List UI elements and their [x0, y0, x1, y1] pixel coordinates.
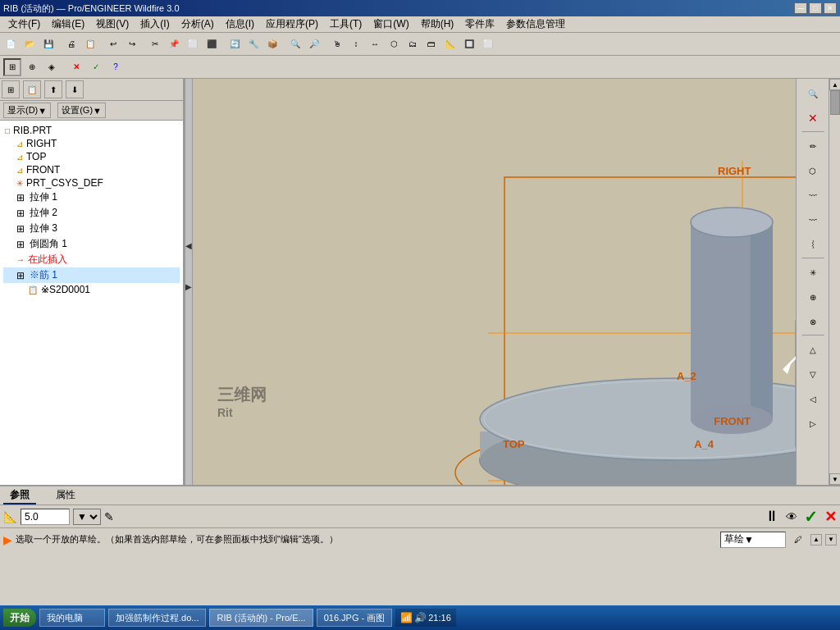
rt-btn-2[interactable]: ✏: [801, 135, 824, 158]
sketch-grid-btn[interactable]: ⊞: [3, 58, 21, 76]
cut-button[interactable]: ✂: [146, 34, 164, 52]
left-collapse-handle[interactable]: ◀ ▶: [185, 79, 193, 485]
tree-item[interactable]: ⊞※筋 1: [3, 267, 180, 283]
tb-btn-15[interactable]: ⬡: [385, 34, 403, 52]
tb-btn-5[interactable]: ⬜: [184, 34, 202, 52]
taskbar-item-3[interactable]: RIB (活动的) - Pro/E...: [209, 609, 313, 627]
close-button[interactable]: ✕: [824, 2, 837, 14]
rt-btn-5[interactable]: 〰: [801, 208, 824, 231]
confirm-button[interactable]: ✓: [804, 507, 818, 527]
cancel-button[interactable]: ✕: [824, 508, 837, 526]
model-tree[interactable]: □RIB.PRT⊿RIGHT⊿TOP⊿FRONT✳PRT_CSYS_DEF⊞拉伸…: [0, 121, 183, 485]
right-scrollbar[interactable]: ▲ ▼: [829, 79, 840, 485]
pause-button[interactable]: ⏸: [765, 508, 779, 525]
minimize-button[interactable]: —: [794, 2, 807, 14]
tb-btn-7[interactable]: 🔄: [226, 34, 244, 52]
rt-btn-13[interactable]: ▷: [801, 412, 824, 435]
tree-item[interactable]: ⊞拉伸 1: [3, 189, 180, 205]
tree-item[interactable]: ⊞倒圆角 1: [3, 236, 180, 252]
pencil-icon[interactable]: ✎: [104, 510, 114, 523]
menu-item-i[interactable]: 信息(I): [221, 16, 259, 32]
rt-btn-9[interactable]: ⊗: [801, 310, 824, 333]
tb-btn-18[interactable]: 📐: [441, 34, 459, 52]
tree-expand[interactable]: ⊞: [16, 208, 25, 219]
tree-item[interactable]: →在此插入: [3, 252, 180, 267]
rt-btn-8[interactable]: ⊕: [801, 285, 824, 308]
tb-btn-9[interactable]: 📦: [263, 34, 281, 52]
tb-btn-10[interactable]: 🔍: [286, 34, 304, 52]
tab-properties[interactable]: 属性: [49, 487, 82, 504]
undo-button[interactable]: ↩: [104, 34, 122, 52]
taskbar-item-1[interactable]: 我的电脑: [39, 609, 105, 627]
menu-item-v[interactable]: 视图(V): [91, 16, 134, 32]
unit-dropdown[interactable]: ▼: [73, 509, 101, 525]
sketch-check-btn[interactable]: ✓: [87, 58, 105, 76]
menu-item-h[interactable]: 帮助(H): [416, 16, 459, 32]
viewport-3d[interactable]: 5.0 RIGHT TOP FRONT A_2 A_4 三维网 Rit: [193, 79, 796, 485]
tb-btn-6[interactable]: ⬛: [203, 34, 221, 52]
tab-reference[interactable]: 参照: [3, 487, 36, 504]
rt-btn-7[interactable]: ✳: [801, 261, 824, 284]
panel-icon-1[interactable]: ⊞: [2, 80, 20, 98]
panel-icon-3[interactable]: ⬆: [44, 80, 62, 98]
rt-btn-12[interactable]: ◁: [801, 387, 824, 410]
menu-item-e[interactable]: 编辑(E): [47, 16, 89, 32]
tree-item[interactable]: ⊞拉伸 3: [3, 221, 180, 236]
menu-item-[interactable]: 零件库: [460, 16, 500, 32]
panel-icon-2[interactable]: 📋: [23, 80, 41, 98]
tb-btn-8[interactable]: 🔧: [244, 34, 262, 52]
rt-btn-4[interactable]: 〰: [801, 184, 824, 207]
rt-btn-3[interactable]: ⬡: [801, 159, 824, 182]
menu-item-t[interactable]: 工具(T): [325, 16, 367, 32]
start-button[interactable]: 开始: [3, 609, 36, 627]
paste-button[interactable]: 📌: [165, 34, 183, 52]
menu-item-p[interactable]: 应用程序(P): [261, 16, 323, 32]
sketch-vertex-btn[interactable]: ◈: [43, 58, 61, 76]
rt-btn-10[interactable]: △: [801, 338, 824, 361]
menu-item-i[interactable]: 插入(I): [135, 16, 174, 32]
rt-btn-cross[interactable]: ✕: [801, 107, 824, 130]
tree-expand[interactable]: ⊞: [16, 270, 25, 281]
menu-item-w[interactable]: 窗口(W): [368, 16, 413, 32]
panel-icon-4[interactable]: ⬇: [66, 80, 84, 98]
tb-btn-14[interactable]: ↔: [366, 34, 384, 52]
tree-expand[interactable]: ⊞: [16, 223, 25, 235]
tree-expand[interactable]: ⊞: [16, 239, 25, 250]
menu-item-a[interactable]: 分析(A): [176, 16, 219, 32]
scroll-track[interactable]: [829, 90, 840, 473]
dimension-input[interactable]: [21, 509, 70, 525]
taskbar-item-2[interactable]: 加强筋制作过程.do...: [108, 609, 206, 627]
scroll-up-arrow[interactable]: ▲: [829, 79, 840, 90]
tb-btn-11[interactable]: 🔎: [305, 34, 323, 52]
tree-item[interactable]: ⊞拉伸 2: [3, 205, 180, 221]
info-scroll-up[interactable]: ▲: [810, 534, 822, 546]
tree-item[interactable]: ⊿TOP: [3, 150, 180, 163]
tree-item[interactable]: □RIB.PRT: [3, 124, 180, 137]
eye-button[interactable]: 👁: [786, 510, 797, 523]
tb-btn-16[interactable]: 🗂: [404, 34, 422, 52]
tb-btn-20[interactable]: ⬜: [479, 34, 497, 52]
menu-item-[interactable]: 参数信息管理: [501, 16, 570, 32]
print-button[interactable]: 🖨: [62, 34, 80, 52]
maximize-button[interactable]: □: [809, 2, 822, 14]
copy-button[interactable]: 📋: [81, 34, 99, 52]
display-dropdown[interactable]: 显示(D) ▼: [3, 103, 51, 118]
save-button[interactable]: 💾: [39, 34, 57, 52]
info-scroll-down[interactable]: ▼: [825, 534, 837, 546]
sketch-coord-btn[interactable]: ⊕: [23, 58, 41, 76]
grassk-dropdown[interactable]: 草绘 ▼: [720, 532, 786, 548]
sketch-help-btn[interactable]: ?: [107, 58, 125, 76]
new-button[interactable]: 📄: [2, 34, 20, 52]
menu-item-f[interactable]: 文件(F): [3, 16, 45, 32]
tree-item[interactable]: ⊿RIGHT: [3, 137, 180, 150]
grass-btn-1[interactable]: 🖊: [789, 531, 807, 549]
tree-item[interactable]: ✳PRT_CSYS_DEF: [3, 176, 180, 189]
tb-btn-19[interactable]: 🔲: [460, 34, 478, 52]
open-button[interactable]: 📂: [21, 34, 39, 52]
rt-btn-1[interactable]: 🔍: [801, 82, 824, 105]
rt-btn-6[interactable]: 〰: [801, 233, 824, 256]
redo-button[interactable]: ↪: [123, 34, 141, 52]
tb-btn-17[interactable]: 🗃: [422, 34, 441, 52]
tree-expand[interactable]: ⊞: [16, 192, 25, 203]
settings-dropdown[interactable]: 设置(G) ▼: [57, 103, 106, 118]
